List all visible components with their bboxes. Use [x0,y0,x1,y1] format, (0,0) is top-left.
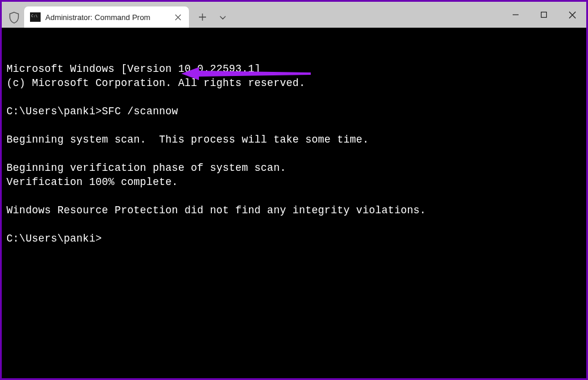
cmd-icon [30,12,41,22]
window-controls [501,2,586,28]
terminal-line: Windows Resource Protection did not find… [6,203,582,217]
tab-close-button[interactable] [172,12,183,22]
minimize-button[interactable] [501,2,530,28]
terminal-line: (c) Microsoft Corporation. All rights re… [6,76,582,90]
terminal-line: C:\Users\panki>SFC /scannow [6,104,582,118]
terminal-line [6,189,582,203]
terminal-content[interactable]: Microsoft Windows [Version 10.0.22593.1]… [2,28,586,378]
titlebar[interactable]: Administrator: Command Prom [2,2,586,28]
terminal-line [6,217,582,232]
terminal-line: C:\Users\panki> [6,232,582,246]
terminal-line [6,147,582,161]
terminal-line [6,118,582,133]
terminal-line: Verification 100% complete. [6,175,582,189]
terminal-window: Administrator: Command Prom [2,2,586,378]
maximize-button[interactable] [530,2,558,28]
tab-title: Administrator: Command Prom [45,13,168,22]
titlebar-left: Administrator: Command Prom [2,2,231,28]
svg-rect-0 [542,12,547,18]
tab-dropdown-button[interactable] [214,6,231,28]
shield-icon [8,11,21,24]
terminal-line [6,90,582,104]
terminal-line: Beginning system scan. This process will… [6,133,582,147]
terminal-line: Microsoft Windows [Version 10.0.22593.1] [6,62,582,76]
close-button[interactable] [558,2,586,28]
terminal-line: Beginning verification phase of system s… [6,161,582,175]
new-tab-button[interactable] [194,6,211,28]
tab-command-prompt[interactable]: Administrator: Command Prom [24,6,189,28]
